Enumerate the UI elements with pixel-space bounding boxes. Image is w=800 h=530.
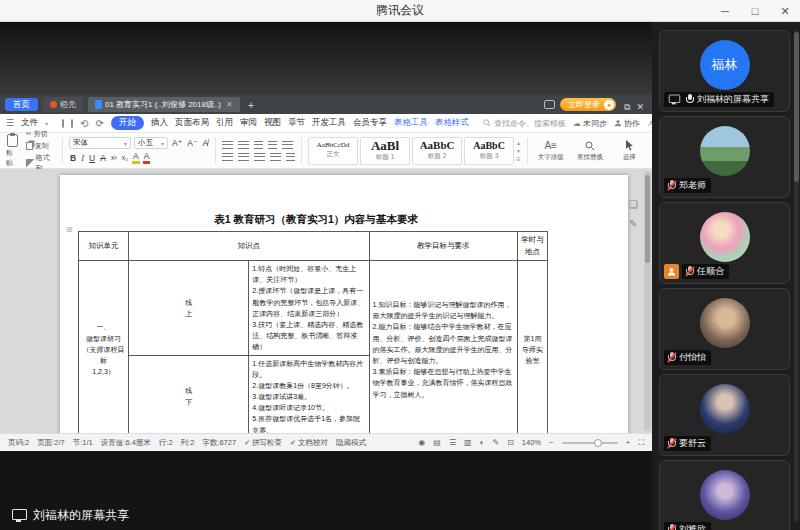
proofread-toggle[interactable]: ✔文档校对 xyxy=(290,438,328,448)
increase-font-icon[interactable]: A⁺ xyxy=(171,138,183,148)
font-name-select[interactable]: 宋体▾ xyxy=(69,137,131,149)
font-color-button[interactable]: A xyxy=(143,151,151,164)
indent-icon[interactable] xyxy=(268,141,277,149)
wps-close-button[interactable]: ✕ xyxy=(633,102,647,112)
message-icon[interactable] xyxy=(544,100,555,109)
wps-home-button[interactable]: 首页 xyxy=(5,98,38,111)
scrollbar-thumb[interactable] xyxy=(645,175,650,263)
docer-tab[interactable]: 稻壳 xyxy=(43,97,83,112)
styles-up-icon[interactable]: ▲ xyxy=(516,140,521,146)
edit-pen-icon[interactable]: ✎ xyxy=(629,218,638,229)
paste-button[interactable]: 粘贴 xyxy=(6,134,20,168)
highlight-color-button[interactable]: A xyxy=(132,151,140,164)
command-search[interactable]: 查找命令、搜索模板 xyxy=(483,118,566,129)
style-normal[interactable]: AaBbCcDd 正文 xyxy=(308,137,358,165)
style-heading3[interactable]: AaBbC 标题 3 xyxy=(464,137,514,165)
night-mode-icon[interactable]: ◐ xyxy=(480,438,485,447)
menu-review[interactable]: 审阅 xyxy=(240,117,257,129)
fit-width-icon[interactable]: ⊡ xyxy=(507,438,514,447)
read-view-icon[interactable]: ▥ xyxy=(464,438,472,447)
status-wordcount[interactable]: 字数:6727 xyxy=(202,438,236,448)
menu-table-tools[interactable]: 表格工具 xyxy=(394,117,428,129)
strikethrough-button[interactable]: A xyxy=(99,153,107,163)
eye-protect-icon[interactable]: ◉ xyxy=(418,438,425,447)
document-scrollbar[interactable] xyxy=(644,171,651,431)
outline-view-icon[interactable]: ☰ xyxy=(449,438,456,447)
menu-dev-tools[interactable]: 开发工具 xyxy=(312,117,346,129)
table-move-handle[interactable]: ⊞ xyxy=(66,225,73,234)
zoom-level[interactable]: 140% xyxy=(522,438,541,447)
minimize-button[interactable]: ─ xyxy=(710,0,740,22)
print-icon[interactable] xyxy=(71,119,73,128)
zoom-in-icon[interactable]: + xyxy=(626,438,631,447)
font-size-select[interactable]: 小五▾ xyxy=(134,137,168,149)
align-right-icon[interactable] xyxy=(254,153,265,161)
menu-home[interactable]: 开始 xyxy=(111,116,144,130)
copy-button[interactable]: 复制 xyxy=(26,141,56,151)
shading-icon[interactable] xyxy=(286,153,295,161)
menu-table-style[interactable]: 表格样式 xyxy=(435,117,469,129)
redo-icon[interactable]: ⟳ xyxy=(95,119,103,128)
menu-file[interactable]: 文件 xyxy=(21,117,38,129)
menu-references[interactable]: 引用 xyxy=(216,117,233,129)
sync-status[interactable]: ☁未同步 xyxy=(573,118,607,129)
line-spacing-icon[interactable] xyxy=(282,141,293,149)
new-tab-button[interactable]: + xyxy=(245,99,257,111)
menu-insert[interactable]: 插入 xyxy=(151,117,168,129)
bold-button[interactable]: B xyxy=(69,153,77,163)
zoom-knob[interactable] xyxy=(594,439,602,447)
align-center-icon[interactable] xyxy=(238,153,249,161)
wps-restore-button[interactable]: ⧉ xyxy=(621,102,633,112)
sidebar-scrollbar[interactable] xyxy=(794,30,799,522)
participant-tile[interactable]: 要舒云 xyxy=(659,374,790,456)
hamburger-icon[interactable]: ☰ xyxy=(6,118,14,128)
styles-down-icon[interactable]: ▼ xyxy=(516,148,521,154)
bullet-list-icon[interactable] xyxy=(222,141,233,149)
menu-view[interactable]: 视图 xyxy=(264,117,281,129)
menu-section[interactable]: 章节 xyxy=(288,117,305,129)
outdent-icon[interactable] xyxy=(254,141,263,149)
zoom-out-icon[interactable]: − xyxy=(549,438,554,447)
select-tool[interactable]: 选择 xyxy=(613,140,646,162)
page-view-icon[interactable]: ▤ xyxy=(433,438,441,447)
login-button[interactable]: 立即登录 ● xyxy=(560,98,616,111)
zoom-slider[interactable] xyxy=(562,442,618,444)
save-icon[interactable] xyxy=(62,119,64,128)
participant-tile[interactable]: 付怡怡 xyxy=(659,288,790,370)
align-left-icon[interactable] xyxy=(222,153,233,161)
participant-tile[interactable]: 郑老师 xyxy=(659,116,790,198)
fullscreen-icon[interactable]: ⛶ xyxy=(638,438,644,448)
styles-more-icon[interactable]: ☰ xyxy=(516,156,521,162)
sidebar-scrollbar-thumb[interactable] xyxy=(794,32,799,182)
participant-tile[interactable]: 刘雅欣 xyxy=(659,460,790,530)
participant-tile[interactable]: 任顺合 xyxy=(659,202,790,284)
spellcheck-toggle[interactable]: ✔拼写检查 xyxy=(244,438,282,448)
cut-button[interactable]: ✂剪切 xyxy=(26,129,56,139)
underline-button[interactable]: U xyxy=(88,153,96,163)
close-button[interactable]: ✕ xyxy=(770,0,800,22)
style-heading1[interactable]: AaBl 标题 1 xyxy=(360,137,410,165)
justify-icon[interactable] xyxy=(270,153,281,161)
collaborate-button[interactable]: 协作 xyxy=(614,118,640,129)
maximize-button[interactable]: □ xyxy=(740,0,770,22)
text-layout-tool[interactable]: A≡ 文字排版 xyxy=(534,140,567,162)
decrease-font-icon[interactable]: A⁻ xyxy=(186,138,198,148)
document-canvas[interactable]: ⊞ 表1 教育研习（教育实习1）内容与基本要求 知识单元 知识点 教学目标与要求… xyxy=(0,169,652,433)
menu-page-layout[interactable]: 页面布局 xyxy=(175,117,209,129)
document-page[interactable]: ⊞ 表1 教育研习（教育实习1）内容与基本要求 知识单元 知识点 教学目标与要求… xyxy=(60,175,628,433)
find-replace-tool[interactable]: 查找替换 xyxy=(573,140,606,162)
undo-icon[interactable]: ⟲ xyxy=(80,119,88,128)
superscript-button[interactable]: x² xyxy=(110,154,118,161)
document-tab[interactable]: 01 教育实习1 (..刘俊修 2018级..) ✕ xyxy=(88,97,240,112)
ink-icon[interactable]: ✎ xyxy=(492,438,499,447)
style-heading2[interactable]: AaBbC 标题 2 xyxy=(412,137,462,165)
participant-tile[interactable]: 福林 刘福林的屏幕共享 xyxy=(659,30,790,112)
clear-format-icon[interactable]: A̸ xyxy=(201,138,209,148)
subscript-button[interactable]: x₂ xyxy=(121,154,129,161)
comment-icon[interactable]: ❏ xyxy=(629,199,638,210)
tab-close-icon[interactable]: ✕ xyxy=(226,100,233,109)
italic-button[interactable]: I xyxy=(80,153,85,163)
hide-mode-toggle[interactable]: 隐藏模式 xyxy=(336,438,366,448)
numbered-list-icon[interactable] xyxy=(238,141,249,149)
menu-member[interactable]: 会员专享 xyxy=(353,117,387,129)
